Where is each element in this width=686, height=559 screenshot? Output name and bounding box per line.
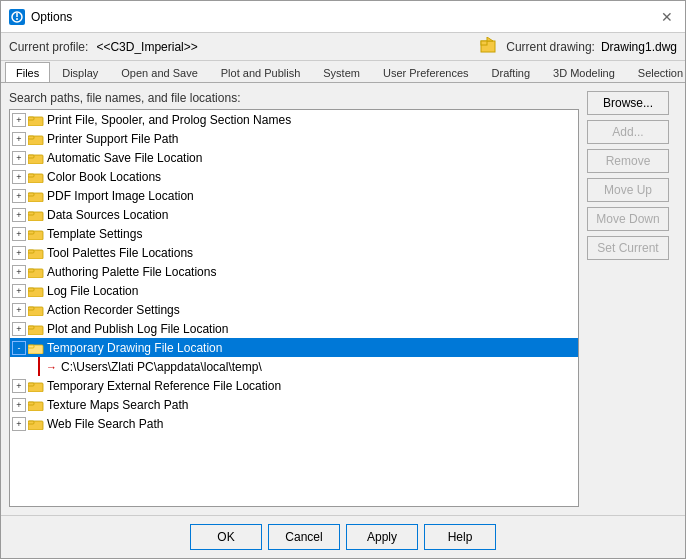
close-button[interactable]: ✕: [657, 7, 677, 27]
svg-rect-21: [28, 250, 34, 253]
svg-rect-17: [28, 212, 34, 215]
browse-button[interactable]: Browse...: [587, 91, 669, 115]
folder-icon-action-recorder: [28, 304, 44, 316]
tree-item-template[interactable]: + Template Settings: [10, 224, 578, 243]
options-window: Options ✕ Current profile: <<C3D_Imperia…: [0, 0, 686, 559]
expand-temp-drawing[interactable]: -: [12, 341, 26, 355]
cancel-button[interactable]: Cancel: [268, 524, 340, 550]
tab-files[interactable]: Files: [5, 62, 50, 83]
tab-user-prefs[interactable]: User Preferences: [372, 62, 480, 83]
svg-rect-7: [28, 117, 34, 120]
folder-icon-color-book: [28, 171, 44, 183]
drawing-value: Drawing1.dwg: [601, 40, 677, 54]
tree-label-pdf-import: PDF Import Image Location: [47, 189, 194, 203]
search-label: Search paths, file names, and file locat…: [9, 91, 579, 105]
tree-label-color-book: Color Book Locations: [47, 170, 161, 184]
tab-plot[interactable]: Plot and Publish: [210, 62, 312, 83]
expand-texture-maps[interactable]: +: [12, 398, 26, 412]
tree-item-log-file[interactable]: + Log File Location: [10, 281, 578, 300]
tree-item-plot-publish[interactable]: + Plot and Publish Log File Location: [10, 319, 578, 338]
expand-printer-support[interactable]: +: [12, 132, 26, 146]
expand-color-book[interactable]: +: [12, 170, 26, 184]
svg-rect-15: [28, 193, 34, 196]
expand-autosave[interactable]: +: [12, 151, 26, 165]
move-down-button[interactable]: Move Down: [587, 207, 669, 231]
expand-data-sources[interactable]: +: [12, 208, 26, 222]
folder-icon-web-file: [28, 418, 44, 430]
svg-marker-5: [487, 37, 493, 41]
folder-icon-texture-maps: [28, 399, 44, 411]
tab-display[interactable]: Display: [51, 62, 109, 83]
tree-label-template: Template Settings: [47, 227, 142, 241]
svg-rect-13: [28, 174, 34, 177]
folder-icon-print-file: [28, 114, 44, 126]
folder-icon-data-sources: [28, 209, 44, 221]
tree-label-texture-maps: Texture Maps Search Path: [47, 398, 188, 412]
svg-rect-23: [28, 269, 34, 272]
tree-item-action-recorder[interactable]: + Action Recorder Settings: [10, 300, 578, 319]
folder-icon-tool-palettes: [28, 247, 44, 259]
folder-icon-template: [28, 228, 44, 240]
left-panel: Search paths, file names, and file locat…: [9, 91, 579, 507]
tree-label-data-sources: Data Sources Location: [47, 208, 168, 222]
title-bar: Options ✕: [1, 1, 685, 33]
tab-3d-modeling[interactable]: 3D Modeling: [542, 62, 626, 83]
tree-item-texture-maps[interactable]: + Texture Maps Search Path: [10, 395, 578, 414]
tree-label-printer-support: Printer Support File Path: [47, 132, 178, 146]
tree-item-web-file[interactable]: + Web File Search Path: [10, 414, 578, 433]
tree-item-print-file[interactable]: + Print File, Spooler, and Prolog Sectio…: [10, 110, 578, 129]
tree-label-temp-external: Temporary External Reference File Locati…: [47, 379, 281, 393]
expand-temp-external[interactable]: +: [12, 379, 26, 393]
svg-rect-27: [28, 307, 34, 310]
tree-item-temp-external[interactable]: + Temporary External Reference File Loca…: [10, 376, 578, 395]
tree-item-temp-drawing[interactable]: - Temporary Drawing File Location: [10, 338, 578, 357]
content-area: Search paths, file names, and file locat…: [1, 83, 685, 515]
window-title: Options: [31, 10, 72, 24]
svg-rect-37: [28, 421, 34, 424]
drawing-icon: [480, 37, 500, 56]
folder-icon-pdf-import: [28, 190, 44, 202]
tab-system[interactable]: System: [312, 62, 371, 83]
tree-container[interactable]: + Print File, Spooler, and Prolog Sectio…: [9, 109, 579, 507]
tree-item-color-book[interactable]: + Color Book Locations: [10, 167, 578, 186]
tree-label-log-file: Log File Location: [47, 284, 138, 298]
tree-item-temp-path[interactable]: → C:\Users\Zlati PC\appdata\local\temp\: [38, 357, 578, 376]
tab-drafting[interactable]: Drafting: [481, 62, 542, 83]
tab-open-save[interactable]: Open and Save: [110, 62, 208, 83]
move-up-button[interactable]: Move Up: [587, 178, 669, 202]
ok-button[interactable]: OK: [190, 524, 262, 550]
svg-rect-11: [28, 155, 34, 158]
expand-pdf-import[interactable]: +: [12, 189, 26, 203]
expand-authoring[interactable]: +: [12, 265, 26, 279]
apply-button[interactable]: Apply: [346, 524, 418, 550]
expand-template[interactable]: +: [12, 227, 26, 241]
expand-web-file[interactable]: +: [12, 417, 26, 431]
tree-label-web-file: Web File Search Path: [47, 417, 164, 431]
folder-icon-printer-support: [28, 133, 44, 145]
svg-rect-35: [28, 402, 34, 405]
expand-tool-palettes[interactable]: +: [12, 246, 26, 260]
svg-rect-19: [28, 231, 34, 234]
tree-label-print-file: Print File, Spooler, and Prolog Section …: [47, 113, 291, 127]
svg-rect-31: [28, 345, 34, 348]
svg-rect-9: [28, 136, 34, 139]
svg-point-2: [16, 18, 18, 20]
expand-plot-publish[interactable]: +: [12, 322, 26, 336]
help-button[interactable]: Help: [424, 524, 496, 550]
app-icon: [9, 9, 25, 25]
expand-log-file[interactable]: +: [12, 284, 26, 298]
tree-item-printer-support[interactable]: + Printer Support File Path: [10, 129, 578, 148]
expand-action-recorder[interactable]: +: [12, 303, 26, 317]
set-current-button[interactable]: Set Current: [587, 236, 669, 260]
profile-drawing: Current drawing: Drawing1.dwg: [480, 37, 677, 56]
tab-selection[interactable]: Selection: [627, 62, 685, 83]
tree-item-autosave[interactable]: + Automatic Save File Location: [10, 148, 578, 167]
tree-item-data-sources[interactable]: + Data Sources Location: [10, 205, 578, 224]
tree-item-pdf-import[interactable]: + PDF Import Image Location: [10, 186, 578, 205]
expand-print-file[interactable]: +: [12, 113, 26, 127]
tree-item-tool-palettes[interactable]: + Tool Palettes File Locations: [10, 243, 578, 262]
add-button[interactable]: Add...: [587, 120, 669, 144]
svg-rect-29: [28, 326, 34, 329]
tree-item-authoring[interactable]: + Authoring Palette File Locations: [10, 262, 578, 281]
remove-button[interactable]: Remove: [587, 149, 669, 173]
